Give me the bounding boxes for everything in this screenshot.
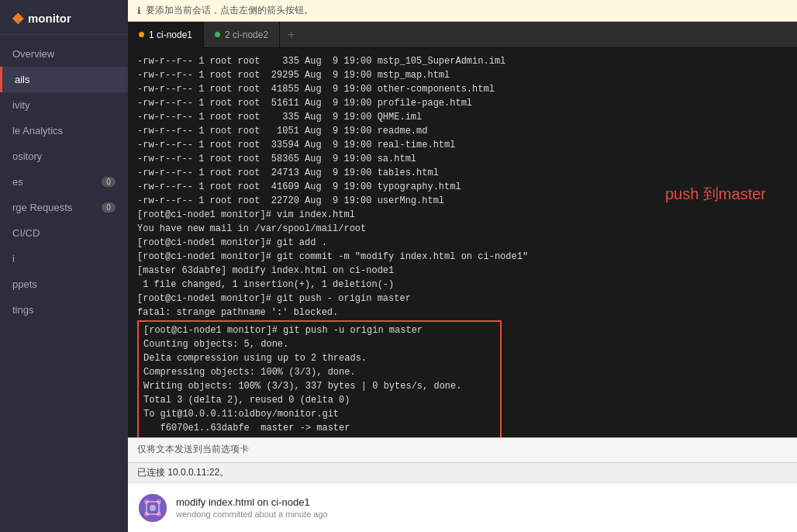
notification-bar: ℹ 要添加当前会话，点击左侧的箭头按钮。 — [128, 0, 797, 22]
sidebar-item-settings[interactable]: tings — [0, 297, 128, 323]
status-text: 已连接 10.0.0.11:22。 — [137, 466, 229, 479]
commit-subtitle: wendong committed about a minute ago — [176, 510, 328, 519]
merge-requests-badge: 0 — [102, 202, 116, 212]
commit-title: modify index.html on ci-node1 — [176, 496, 328, 508]
tab-label-2: 2 ci-node2 — [225, 29, 268, 40]
sidebar-item-label: ails — [15, 74, 30, 85]
sidebar-item-activity[interactable]: ivity — [0, 92, 128, 118]
sidebar-item-label: Overview — [12, 48, 54, 60]
sidebar-item-snippets[interactable]: ppets — [0, 271, 128, 297]
commit-avatar — [139, 494, 167, 522]
sidebar-item-overview[interactable]: Overview — [0, 41, 128, 67]
issues-badge: 0 — [102, 177, 116, 187]
sidebar-item-repository[interactable]: ository — [0, 143, 128, 169]
sidebar-item-label: tings — [12, 304, 33, 316]
sidebar-item-merge-requests[interactable]: rge Requests 0 — [0, 195, 128, 220]
sidebar-item-label: i — [12, 253, 15, 264]
sidebar-logo: ◆ monitor — [0, 0, 128, 35]
tab-ci-node2[interactable]: 2 ci-node2 — [204, 22, 280, 48]
sidebar-item-label: ppets — [12, 278, 37, 290]
sidebar-logo-text: monitor — [28, 12, 71, 25]
tab-bar: 1 ci-node1 2 ci-node2 + — [128, 22, 797, 48]
sidebar-item-label: es — [12, 176, 23, 188]
sidebar-item-i[interactable]: i — [0, 246, 128, 271]
sidebar-item-issues[interactable]: es 0 — [0, 169, 128, 195]
sidebar-item-details[interactable]: ails — [0, 67, 128, 92]
sidebar-navigation: Overview ails ivity le Analytics ository… — [0, 35, 128, 532]
terminal-wrapper: -rw-r--r-- 1 root root 335 Aug 9 19:00 m… — [128, 48, 797, 437]
notification-icon: ℹ — [137, 5, 141, 16]
logo-icon: ◆ — [12, 9, 23, 26]
sidebar-item-label: CI/CD — [12, 227, 40, 239]
tab-label-1: 1 ci-node1 — [149, 29, 192, 40]
terminal-input-bar: 仅将文本发送到当前选项卡 — [128, 437, 797, 462]
svg-point-5 — [150, 505, 156, 511]
sidebar-item-label: ository — [12, 150, 42, 162]
notification-text: 要添加当前会话，点击左侧的箭头按钮。 — [146, 4, 313, 17]
commit-notification: modify index.html on ci-node1 wendong co… — [128, 482, 797, 532]
sidebar-item-ci-cd[interactable]: CI/CD — [0, 220, 128, 246]
terminal-output[interactable]: -rw-r--r-- 1 root root 335 Aug 9 19:00 m… — [128, 48, 797, 437]
terminal-container: 1 ci-node1 2 ci-node2 + -rw-r--r-- 1 roo… — [128, 22, 797, 532]
sidebar-item-label: rge Requests — [12, 202, 72, 213]
sidebar-item-analytics[interactable]: le Analytics — [0, 118, 128, 143]
tab-dot-2 — [215, 32, 220, 37]
status-bar: 已连接 10.0.0.11:22。 — [128, 462, 797, 482]
main-content: ℹ 要添加当前会话，点击左侧的箭头按钮。 1 ci-node1 2 ci-nod… — [128, 0, 797, 532]
terminal-input-placeholder: 仅将文本发送到当前选项卡 — [137, 444, 249, 454]
sidebar-item-label: le Analytics — [12, 125, 63, 136]
tab-add-button[interactable]: + — [280, 22, 302, 48]
sidebar: ◆ monitor Overview ails ivity le Analyti… — [0, 0, 128, 532]
tab-dot-1 — [139, 32, 144, 37]
sidebar-item-label: ivity — [12, 99, 29, 111]
commit-info: modify index.html on ci-node1 wendong co… — [176, 496, 328, 519]
tab-ci-node1[interactable]: 1 ci-node1 — [128, 22, 204, 48]
